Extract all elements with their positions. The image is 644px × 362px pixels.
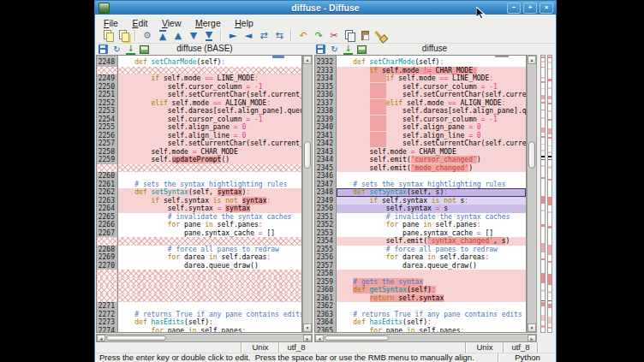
- code-line[interactable]: self.syntax = s: [337, 205, 526, 213]
- undo-icon[interactable]: ↶: [297, 29, 310, 42]
- last-difference-icon[interactable]: ▼: [203, 29, 216, 42]
- code-line[interactable]: # returns True if any pane contains edit…: [118, 311, 301, 319]
- code-line[interactable]: pane.syntax_cache = []: [118, 229, 301, 238]
- code-line[interactable]: # returns True if any pane contains edit…: [337, 311, 526, 319]
- code-line[interactable]: # invalidate the syntax caches: [118, 213, 301, 222]
- code-line[interactable]: def setSyntax(self, s):: [337, 188, 526, 197]
- paste-icon[interactable]: [359, 29, 372, 42]
- copy-icon[interactable]: [343, 29, 356, 42]
- left-vertical-scrollbar[interactable]: ▲ ▼: [302, 55, 313, 333]
- scroll-down-icon[interactable]: ▼: [303, 323, 312, 332]
- previous-difference-icon[interactable]: ▲: [172, 29, 185, 42]
- code-line[interactable]: pane.syntax_cache = []: [337, 229, 526, 238]
- code-line[interactable]: self.setCurrentChar(self.current_line, s…: [337, 139, 526, 148]
- maximize-button[interactable]: +: [523, 3, 537, 14]
- scroll-up-icon[interactable]: ▲: [303, 56, 312, 64]
- code-line[interactable]: self.emit('mode_changed'): [337, 164, 526, 173]
- code-line[interactable]: # invalidate the syntax caches: [337, 213, 526, 222]
- code-line[interactable]: if self.mode != CHAR_MODE:: [337, 67, 526, 75]
- code-line[interactable]: def hasEdits(self):: [118, 318, 301, 327]
- code-line[interactable]: def getSyntax(self):: [337, 286, 526, 294]
- code-line[interactable]: for pane in self.panes:: [118, 221, 301, 229]
- code-line[interactable]: darea.queue_draw(): [118, 262, 301, 270]
- right-vertical-scrollbar[interactable]: ▲ ▼: [527, 55, 537, 333]
- code-line[interactable]: self.setCurrentChar(self.current_line, s…: [337, 91, 526, 99]
- overview-map-right-column[interactable]: [547, 55, 552, 333]
- code-line[interactable]: [118, 286, 301, 294]
- scroll-down-icon[interactable]: ▼: [528, 323, 536, 332]
- code-line[interactable]: def setCharMode(self):: [118, 58, 301, 67]
- code-line[interactable]: for pane in self.panes:: [337, 327, 526, 334]
- minimize-button[interactable]: −: [507, 3, 521, 14]
- cut-icon[interactable]: ✂: [328, 29, 341, 42]
- code-line[interactable]: if self.mode == LINE_MODE:: [337, 74, 526, 83]
- code-line[interactable]: [337, 302, 526, 311]
- code-line[interactable]: [118, 278, 301, 287]
- code-line[interactable]: self.setCurrentChar(self.current_line, s…: [118, 91, 301, 99]
- new-2way-file-merge-icon[interactable]: [102, 29, 115, 42]
- scrollbar-thumb[interactable]: [106, 335, 166, 341]
- code-line[interactable]: self.cursor_column = -1: [337, 116, 526, 124]
- code-line[interactable]: elif self.mode == ALIGN_MODE:: [118, 99, 301, 108]
- code-line[interactable]: self.cursor_column = -1: [118, 116, 301, 124]
- close-button[interactable]: ×: [540, 3, 553, 14]
- code-line[interactable]: def setCharMode(self):: [337, 58, 526, 67]
- left-code-pane[interactable]: def setCharMode(self): if self.mode == L…: [118, 55, 302, 333]
- code-line[interactable]: # force all panes to redraw: [337, 246, 526, 254]
- code-line[interactable]: def setSyntax(self, syntax):: [118, 188, 301, 197]
- code-line[interactable]: [118, 237, 301, 246]
- clear-edits-icon[interactable]: [374, 29, 387, 42]
- code-line[interactable]: self.cursor_column = -1: [118, 83, 301, 92]
- code-line[interactable]: for darea in self.dareas:: [118, 253, 301, 262]
- next-difference-icon[interactable]: ▼: [188, 29, 200, 42]
- code-line[interactable]: self.dareas[self.align_pane].queue_draw(…: [337, 107, 526, 116]
- new-3way-file-merge-icon[interactable]: [117, 29, 130, 42]
- copy-selection-left-icon[interactable]: ◄: [242, 29, 255, 42]
- code-line[interactable]: # sets the syntax hightlighting rules: [118, 181, 301, 189]
- code-line[interactable]: self.setCurrentChar(self.current_line, s…: [118, 139, 301, 148]
- shift-pane-left-icon[interactable]: ⇆: [273, 29, 286, 42]
- code-line[interactable]: [118, 67, 301, 75]
- code-line[interactable]: [118, 294, 301, 303]
- code-line[interactable]: # force all panes to redraw: [118, 246, 301, 254]
- right-code-pane[interactable]: def setCharMode(self): if self.mode != C…: [337, 55, 527, 333]
- code-line[interactable]: [337, 270, 526, 278]
- realign-all-icon[interactable]: ⚙: [141, 29, 154, 42]
- code-line[interactable]: # gets the syntax: [337, 278, 526, 287]
- code-line[interactable]: [118, 270, 301, 278]
- code-line[interactable]: if self.syntax is not syntax:: [118, 197, 301, 205]
- scroll-right-icon[interactable]: ►: [303, 335, 312, 341]
- code-line[interactable]: for pane in self.panes:: [118, 327, 301, 334]
- code-line[interactable]: [118, 164, 301, 173]
- code-line[interactable]: self.emit('syntax_changed', s): [337, 237, 526, 246]
- code-line[interactable]: self.updatePrompt(): [118, 156, 301, 164]
- scrollbar-thumb[interactable]: [304, 141, 311, 169]
- code-line[interactable]: if self.syntax is not s:: [337, 197, 526, 205]
- code-line[interactable]: self.mode = CHAR_MODE: [337, 148, 526, 157]
- code-line[interactable]: for darea in self.dareas:: [337, 253, 526, 262]
- copy-selection-right-icon[interactable]: ►: [227, 29, 240, 42]
- redo-icon[interactable]: ↷: [313, 29, 325, 42]
- code-line[interactable]: self.syntax = syntax: [118, 205, 301, 213]
- overview-map-left-column[interactable]: [540, 55, 546, 333]
- code-line[interactable]: [337, 172, 526, 181]
- code-line[interactable]: self.align_pane = 0: [118, 123, 301, 132]
- code-line[interactable]: self.emit('cursor_changed'): [337, 156, 526, 164]
- code-line[interactable]: if self.mode == LINE_MODE:: [118, 74, 301, 83]
- code-line[interactable]: elif self.mode == ALIGN_MODE:: [337, 99, 526, 108]
- scroll-up-icon[interactable]: ▲: [528, 56, 536, 64]
- code-line[interactable]: return self.syntax: [337, 294, 526, 303]
- scroll-left-icon[interactable]: ◄: [315, 335, 324, 341]
- window-titlebar[interactable]: diffuse - Diffuse − + ×: [95, 1, 556, 15]
- code-line[interactable]: self.align_line = 0: [337, 132, 526, 140]
- left-horizontal-scrollbar[interactable]: ◄ ►: [96, 334, 313, 342]
- diff-overview-map[interactable]: [540, 55, 555, 333]
- code-line[interactable]: for pane in self.panes:: [337, 221, 526, 229]
- scroll-right-icon[interactable]: ►: [528, 335, 536, 341]
- code-line[interactable]: self.dareas[self.align_pane].queue_draw(…: [118, 107, 301, 116]
- right-horizontal-scrollbar[interactable]: ◄ ►: [314, 334, 537, 342]
- code-line[interactable]: darea.queue_draw(): [337, 262, 526, 270]
- code-line[interactable]: def hasEdits(self):: [337, 318, 526, 327]
- code-line[interactable]: self.mode = CHAR_MODE: [118, 148, 301, 157]
- code-line[interactable]: self.cursor_column = -1: [337, 83, 526, 92]
